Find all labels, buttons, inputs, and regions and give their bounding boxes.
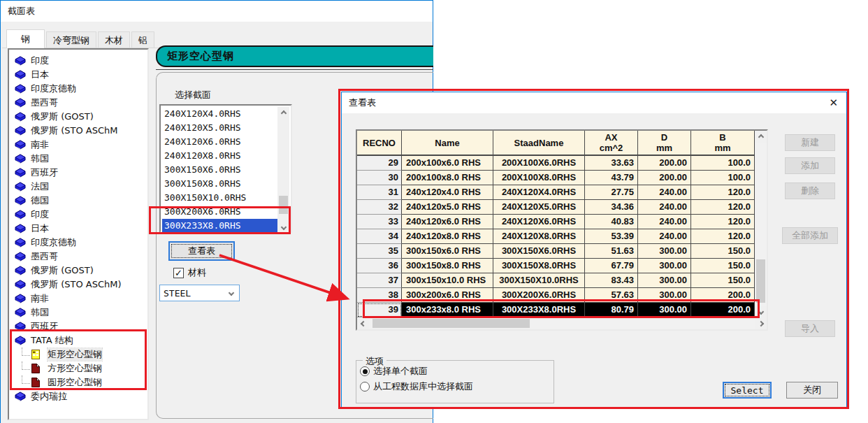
table-row[interactable]: 30200x100x8.0 RHS200X100X8.0RHS43.79200.…	[357, 171, 755, 185]
tree-item[interactable]: 日本	[9, 68, 147, 82]
scroll-right-icon[interactable]	[755, 317, 767, 329]
tree-item[interactable]: 方形空心型钢	[9, 361, 147, 375]
table-cell: 200x100x6.0 RHS	[402, 156, 493, 171]
table-cell: 33	[357, 215, 402, 229]
scrollbar-thumb[interactable]	[756, 259, 765, 303]
table-row[interactable]: 31240x120x4.0 RHS240X120X4.0RHS27.75240.…	[357, 185, 755, 200]
section-item[interactable]: 240X120X8.0RHS	[162, 149, 280, 163]
table-cell: 300.00	[638, 244, 691, 259]
radio-from-database[interactable]: 从工程数据库中选择截面	[360, 380, 473, 393]
tree-item[interactable]: 日本	[9, 222, 147, 236]
table-cell: 300X150X10.0RHS	[493, 273, 585, 288]
tree-item-label: 印度京德勒	[31, 83, 76, 95]
table-cell: 35	[357, 244, 402, 259]
table-cell: 200x100x8.0 RHS	[402, 171, 493, 185]
section-listbox[interactable]: 240X120X4.0RHS240X120X5.0RHS240X120X6.0R…	[159, 104, 292, 233]
tree-item[interactable]: 俄罗斯 (STO ASChM)	[9, 278, 147, 292]
tree-item[interactable]: 印度京德勒	[9, 82, 147, 96]
material-dropdown[interactable]: STEEL	[159, 285, 240, 301]
table-row[interactable]: 37300x150x10.0 RHS300X150X10.0RHS83.4330…	[357, 273, 755, 288]
section-list-scrollbar[interactable]	[277, 107, 289, 233]
table-cell: 200.0	[691, 288, 755, 303]
scroll-down-icon[interactable]	[755, 306, 767, 317]
tab-2[interactable]: 木材	[98, 31, 130, 48]
book-icon	[15, 112, 27, 122]
table-cell: 80.79	[585, 303, 638, 317]
delete-button[interactable]: 删除	[785, 182, 835, 199]
book-icon	[15, 140, 27, 150]
tree-item[interactable]: 印度京德勒	[9, 236, 147, 250]
section-item[interactable]: 300X150X10.0RHS	[162, 191, 280, 205]
section-item[interactable]: 300X233X8.0RHS	[162, 219, 280, 233]
view-table-button[interactable]: 查看表	[168, 241, 235, 261]
select-button[interactable]: Select	[723, 382, 772, 399]
section-item[interactable]: 240X120X6.0RHS	[162, 135, 280, 149]
scroll-up-icon[interactable]	[755, 131, 767, 143]
scrollbar-thumb[interactable]	[279, 196, 288, 214]
country-tree-list[interactable]: 印度日本印度京德勒墨西哥俄罗斯 (GOST)俄罗斯 (STO ASChM南非韩国…	[8, 48, 149, 420]
table-cell: 300.00	[638, 303, 691, 317]
column-header: Name	[402, 131, 493, 156]
tree-item[interactable]: 印度	[9, 208, 147, 222]
tab-0[interactable]: 钢	[6, 29, 45, 48]
section-item[interactable]: 240X120X5.0RHS	[162, 121, 280, 135]
add-all-button[interactable]: 全部添加	[782, 227, 838, 244]
table-row[interactable]: 39300x233x8.0 RHS300X233X8.0RHS80.79300.…	[357, 303, 755, 317]
table-cell: 120.0	[691, 185, 755, 200]
table-cell: 300x150x10.0 RHS	[402, 273, 493, 288]
tree-item[interactable]: 南非	[9, 138, 147, 152]
tree-item[interactable]: 西班牙	[9, 166, 147, 180]
column-header: RECNO	[357, 131, 402, 156]
scroll-left-icon[interactable]	[357, 317, 369, 329]
table-cell: 36	[357, 259, 402, 273]
tree-item[interactable]: 西班牙	[9, 320, 147, 334]
radio-unselected-icon[interactable]	[360, 382, 370, 392]
tree-item-label: 印度	[31, 208, 49, 221]
import-button[interactable]: 导入	[785, 320, 835, 337]
section-item[interactable]: 300X150X8.0RHS	[162, 177, 280, 191]
material-checkbox[interactable]: ✓	[173, 268, 184, 278]
tree-item[interactable]: 俄罗斯 (GOST)	[9, 110, 147, 124]
table-row[interactable]: 38300x200x6.0 RHS300X200X6.0RHS57.63300.…	[357, 288, 755, 303]
new-button[interactable]: 新建	[785, 134, 835, 151]
tree-item[interactable]: 墨西哥	[9, 250, 147, 264]
table-row[interactable]: 32240x120x5.0 RHS240X120X5.0RHS34.36240.…	[357, 200, 755, 215]
tree-item[interactable]: 南非	[9, 292, 147, 306]
scroll-down-icon[interactable]	[277, 221, 289, 233]
table-row[interactable]: 33240x120x6.0 RHS240X120X6.0RHS40.83240.…	[357, 215, 755, 229]
tree-item[interactable]: 圆形空心型钢	[9, 375, 147, 389]
tab-1[interactable]: 冷弯型钢	[46, 31, 96, 48]
radio-selected-icon[interactable]	[360, 366, 370, 376]
table-row[interactable]: 35300x150x6.0 RHS300X150X6.0RHS51.63300.…	[357, 244, 755, 259]
scrollbar-thumb[interactable]	[372, 319, 530, 328]
tree-item[interactable]: 印度	[9, 54, 147, 68]
table-row[interactable]: 34240x120x8.0 RHS240X120X8.0RHS53.39240.…	[357, 229, 755, 244]
add-button[interactable]: 添加	[785, 157, 835, 174]
table-cell: 120.0	[691, 215, 755, 229]
tree-item[interactable]: 韩国	[9, 306, 147, 320]
tree-item[interactable]: 德国	[9, 194, 147, 208]
tab-3[interactable]: 铝	[131, 31, 154, 48]
table-cell: 300.00	[638, 259, 691, 273]
tree-item[interactable]: 墨西哥	[9, 96, 147, 110]
table-horizontal-scrollbar[interactable]	[357, 317, 767, 329]
tree-item[interactable]: 法国	[9, 180, 147, 194]
radio-single-section[interactable]: 选择单个截面	[360, 365, 428, 378]
table-row[interactable]: 36300x150x8.0 RHS300X150X8.0RHS67.79300.…	[357, 259, 755, 273]
section-item[interactable]: 300X200X6.0RHS	[162, 205, 280, 219]
tree-item[interactable]: TATA 结构	[9, 334, 147, 347]
section-item[interactable]: 300X150X6.0RHS	[162, 163, 280, 177]
table-vertical-scrollbar[interactable]	[755, 131, 767, 317]
section-item[interactable]: 240X120X4.0RHS	[162, 107, 280, 121]
tree-item[interactable]: 俄罗斯 (GOST)	[9, 264, 147, 278]
section-table[interactable]: RECNONameStaadNameAXcm^2DmmBmm29200x100x…	[357, 131, 755, 317]
close-icon[interactable]: ✕	[829, 92, 838, 113]
tree-item[interactable]: 俄罗斯 (STO ASChM	[9, 124, 147, 138]
scroll-up-icon[interactable]	[277, 107, 289, 119]
window-title: 截面表	[8, 6, 35, 16]
tree-item[interactable]: 矩形空心型钢	[9, 347, 147, 361]
close-button[interactable]: 关闭	[786, 382, 838, 399]
tree-item[interactable]: 韩国	[9, 152, 147, 166]
table-row[interactable]: 29200x100x6.0 RHS200X100X6.0RHS33.63200.…	[357, 156, 755, 171]
tree-item[interactable]: 委内瑞拉	[9, 389, 147, 403]
